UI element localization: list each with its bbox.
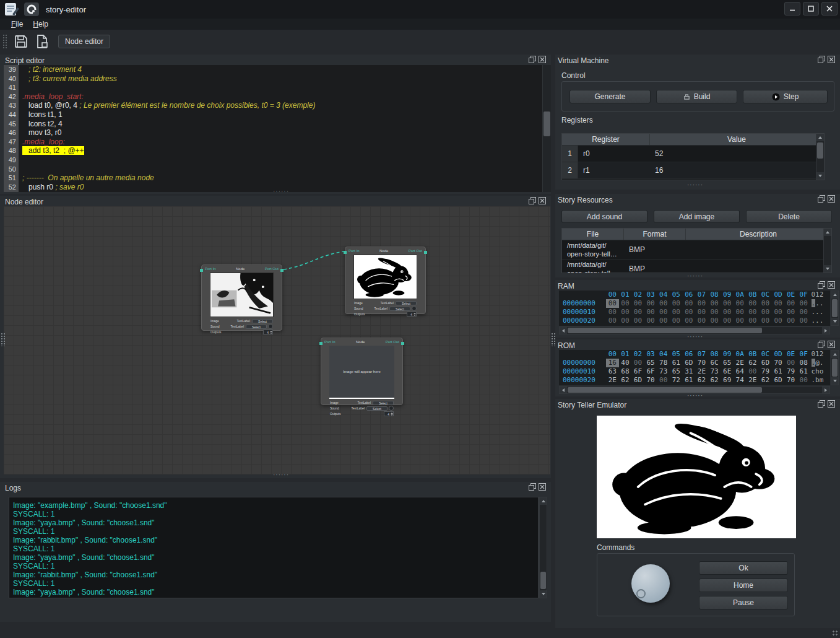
- media-node[interactable]: Port InNodePort OutImage will appear her…: [321, 338, 403, 405]
- spin-down-arrow[interactable]: [414, 315, 416, 316]
- float-panel-icon[interactable]: [529, 483, 536, 491]
- node-connection[interactable]: [284, 251, 344, 269]
- menu-help[interactable]: Help: [28, 19, 53, 29]
- close-panel-icon[interactable]: [828, 341, 835, 348]
- register-row[interactable]: 1r052: [562, 146, 824, 162]
- select-button[interactable]: Select: [246, 325, 267, 329]
- close-panel-icon[interactable]: [539, 483, 546, 491]
- vertical-splitter-handle[interactable]: [551, 333, 555, 346]
- ram-hex-view[interactable]: 000102030405060708090A0B0C0D0E0F01200000…: [559, 291, 830, 326]
- scroll-left-arrow[interactable]: [560, 387, 567, 393]
- script-code-area[interactable]: 39 ; t2: increment 440 ; t3: current med…: [4, 65, 550, 192]
- scroll-up-arrow[interactable]: [540, 497, 547, 505]
- play-sound-button[interactable]: [389, 406, 394, 411]
- scroll-down-arrow[interactable]: [540, 590, 547, 598]
- splitter-handle[interactable]: ······: [687, 183, 703, 187]
- hex-row[interactable]: 000000202E626D70007261626269742E626D7000…: [559, 376, 830, 385]
- logs-scrollbar-thumb[interactable]: [540, 572, 546, 589]
- play-sound-button[interactable]: [268, 324, 273, 329]
- minimize-button[interactable]: [784, 2, 800, 15]
- rom-hscroll-thumb[interactable]: [568, 387, 762, 393]
- select-button[interactable]: Select: [389, 307, 410, 311]
- script-editor-header[interactable]: Script editor: [0, 55, 551, 65]
- rom-vscrollbar[interactable]: [831, 350, 839, 385]
- close-panel-icon[interactable]: [539, 56, 546, 63]
- script-scrollbar[interactable]: [542, 65, 551, 192]
- select-button[interactable]: Select: [396, 301, 417, 305]
- scroll-up-arrow[interactable]: [831, 291, 838, 299]
- splitter-handle[interactable]: ······: [687, 335, 703, 339]
- splitter-handle[interactable]: ······: [687, 274, 703, 278]
- ram-hscroll-thumb[interactable]: [568, 328, 762, 333]
- spin-up-arrow[interactable]: [391, 413, 393, 414]
- window-resize-grip[interactable]: [832, 630, 838, 636]
- node-canvas[interactable]: Port InNodePort OutImageTextLabelSelectS…: [4, 206, 550, 474]
- resource-row[interactable]: /mnt/data/git/open-story-tellBMP: [562, 260, 831, 273]
- node-editor-header[interactable]: Node editor: [0, 196, 551, 206]
- float-panel-icon[interactable]: [818, 400, 825, 408]
- select-button[interactable]: Select: [252, 319, 273, 323]
- resource-row[interactable]: /mnt/data/git/open-story-tell…BMP: [562, 240, 831, 260]
- hex-row[interactable]: 0000002000000000000000000000000000000000…: [559, 317, 830, 325]
- registers-scrollbar[interactable]: [816, 134, 824, 180]
- registers-scrollbar-thumb[interactable]: [817, 142, 823, 159]
- delete-button[interactable]: Delete: [746, 210, 832, 223]
- outputs-spinbox[interactable]: 4: [384, 411, 394, 416]
- port-in-dot[interactable]: [344, 251, 347, 254]
- build-button[interactable]: Build: [656, 90, 737, 103]
- rom-header[interactable]: ROM: [555, 339, 840, 350]
- file-column-header[interactable]: File: [562, 229, 624, 240]
- port-in-dot[interactable]: [200, 269, 203, 272]
- port-out-dot[interactable]: [280, 269, 284, 272]
- pause-button[interactable]: Pause: [699, 596, 788, 610]
- media-node[interactable]: Port InNodePort OutImageTextLabelSelectS…: [345, 247, 426, 314]
- close-panel-icon[interactable]: [828, 400, 835, 408]
- vertical-splitter-handle[interactable]: [1, 333, 5, 346]
- scroll-down-arrow[interactable]: [824, 265, 831, 273]
- value-column-header[interactable]: Value: [650, 134, 824, 145]
- step-button[interactable]: Step: [743, 90, 828, 103]
- hex-row[interactable]: 000000001640006578616D706C652E626D700008…: [559, 359, 830, 367]
- maximize-button[interactable]: [803, 2, 819, 15]
- spin-down-arrow[interactable]: [270, 333, 272, 334]
- scroll-left-arrow[interactable]: [560, 327, 567, 334]
- hex-row[interactable]: 0000000000000000000000000000000000000000…: [559, 299, 830, 308]
- select-button[interactable]: Select: [373, 401, 394, 405]
- scroll-right-arrow[interactable]: [822, 327, 829, 334]
- description-column-header[interactable]: Description: [686, 229, 831, 240]
- splitter-handle[interactable]: ······: [687, 394, 703, 398]
- media-node[interactable]: Port InNodePort OutImageTextLabelSelectS…: [201, 264, 282, 331]
- scroll-up-arrow[interactable]: [824, 229, 831, 236]
- format-column-header[interactable]: Format: [624, 229, 686, 240]
- add-sound-button[interactable]: Add sound: [561, 210, 647, 223]
- port-in-dot[interactable]: [319, 342, 323, 345]
- ram-header[interactable]: RAM: [555, 280, 840, 291]
- toolbar-drag-handle[interactable]: [2, 34, 7, 49]
- ram-vscrollbar[interactable]: [831, 291, 839, 326]
- splitter-handle[interactable]: ······: [273, 473, 289, 477]
- spin-up-arrow[interactable]: [270, 331, 272, 332]
- hex-row[interactable]: 0000001000000000000000000000000000000000…: [559, 308, 830, 317]
- home-button[interactable]: Home: [699, 579, 788, 592]
- scroll-down-arrow[interactable]: [831, 318, 838, 325]
- rom-hex-view[interactable]: 000102030405060708090A0B0C0D0E0F01200000…: [559, 350, 830, 385]
- logs-output[interactable]: Image: "example.bmp" , Sound: "choose1.s…: [9, 497, 539, 598]
- save-icon[interactable]: [14, 34, 28, 49]
- float-panel-icon[interactable]: [818, 341, 825, 348]
- resources-header[interactable]: Story Resources: [555, 194, 840, 204]
- logs-header[interactable]: Logs: [0, 482, 551, 492]
- float-panel-icon[interactable]: [818, 195, 825, 203]
- scroll-down-arrow[interactable]: [816, 172, 824, 180]
- scroll-up-arrow[interactable]: [831, 351, 838, 358]
- node-editor-toolbar-button[interactable]: Node editor: [58, 35, 110, 48]
- ram-vscroll-thumb[interactable]: [832, 299, 838, 317]
- scroll-right-arrow[interactable]: [822, 387, 829, 393]
- rom-vscroll-thumb[interactable]: [832, 359, 838, 377]
- wheel-knob[interactable]: [631, 564, 670, 603]
- logs-scrollbar[interactable]: [539, 497, 547, 598]
- register-column-header[interactable]: Register: [562, 134, 650, 145]
- port-out-dot[interactable]: [401, 342, 404, 345]
- splitter-handle[interactable]: ······: [273, 190, 289, 193]
- emulator-header[interactable]: Story Teller Emulator: [555, 399, 840, 409]
- close-panel-icon[interactable]: [828, 281, 835, 289]
